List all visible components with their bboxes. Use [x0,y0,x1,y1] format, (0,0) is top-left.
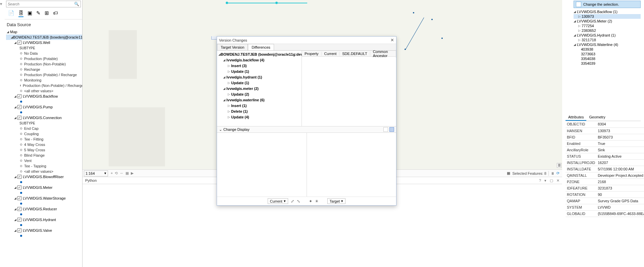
table-row[interactable]: EnabledTrue [566,140,644,147]
labeling-icon[interactable]: 🏷 [53,10,58,17]
nav-tool-icon[interactable]: ⟲ [115,171,118,175]
list-by-selection-icon[interactable]: ▣ [28,10,32,17]
differences-tree[interactable]: ◢BOWDENJ.TESTJEB (bowdenj@oracle11g:deve… [217,51,302,126]
options-icon[interactable]: ▾ [544,178,546,183]
toc-toolbar: 📄 🗄 ▣ ✎ ⊞ 🏷 [5,9,82,19]
pause-drawing-icon[interactable]: ⏸ [551,171,554,175]
tab-attributes[interactable]: Attributes [566,114,586,121]
target-dropdown[interactable]: Target▾ [327,198,346,204]
hydrant-checkbox[interactable] [17,218,21,222]
pump-checkbox[interactable] [17,105,21,109]
catalog-expand-icon[interactable]: ☰ [557,163,561,168]
chevron-down-icon: ▾ [341,199,343,203]
close-icon[interactable]: ✕ [556,178,559,183]
chevron-down-icon[interactable]: ▾ [104,171,106,175]
python-tab-label[interactable]: Python [85,178,97,182]
well-checkbox[interactable] [17,41,21,45]
snapping-icon[interactable]: ⊞ [45,10,49,17]
nav-tool-icon[interactable]: ▶ [131,171,133,175]
table-row[interactable]: OBJECTID8304 [566,121,644,127]
blowoff-checkbox[interactable] [17,175,21,179]
feature-point-icon [413,12,414,13]
waterline [406,17,424,50]
edit-icon[interactable]: ✎ [36,10,41,17]
highlight-icon[interactable]: ☀ [315,199,319,204]
list-by-source-icon[interactable]: 🗄 [18,10,23,17]
display-mode-split-icon[interactable] [389,127,394,132]
compare-left[interactable] [217,133,307,197]
selected-node-icon [275,2,278,4]
table-row[interactable]: HANSEN130973 [566,127,644,134]
attributes-panel: Attributes Geometry OBJECTID8304HANSEN13… [566,114,641,267]
col-property[interactable]: Property [302,52,322,56]
backflow-layer[interactable]: LVVWDGIS.Backflow [23,94,58,98]
nav-tool-icon[interactable]: ↔ [120,171,123,175]
valve-checkbox[interactable] [17,228,21,232]
table-row[interactable]: AncillaryRoleSink [566,147,644,153]
table-row[interactable]: ROTATION90 [566,191,644,198]
backflow-checkbox[interactable] [17,94,21,98]
search-icon[interactable]: 🔍 [74,2,79,6]
close-icon[interactable]: ✕ [390,38,394,43]
table-row[interactable]: BFIDBF35073 [566,134,644,140]
data-source-header: Data Source [5,19,82,29]
waterstorage-checkbox[interactable] [17,196,21,200]
contents-tree[interactable]: ◢Map ◢BOWDENJ.TESTJEB (bowdenj@oracle11g… [5,29,82,238]
col-ancestor[interactable]: Common Ancestor [370,50,396,58]
well-layer[interactable]: LVVWDGIS.Well [23,41,50,45]
geodb-node[interactable]: BOWDENJ.TESTJEB (bowdenj@oracle11g:devel… [13,35,82,39]
compare-area [217,133,396,197]
table-row[interactable]: PZONE2168 [566,178,644,185]
meter-checkbox[interactable] [17,185,21,190]
connection-layer[interactable]: LVVWDGIS.Connection [23,116,62,120]
subtype-label: SUBTYPE [19,46,35,50]
connection-checkbox[interactable] [17,116,21,120]
selection-tree[interactable]: ◢LVVWDGIS.Backflow (1) ▷130973 ◢LVVWDGIS… [574,9,641,66]
zoom-full-icon[interactable]: ⤢ [291,199,294,204]
feature-point-icon [431,19,433,20]
change-display-label[interactable]: Change Display [223,127,250,131]
autohide-icon[interactable]: ▢ [550,178,553,183]
table-row[interactable]: STATUSExisting Active [566,153,644,159]
dialog-title: Version Changes [219,38,247,42]
tab-target-version[interactable]: Target Version [217,44,248,50]
selected-node-icon [226,2,228,4]
map-node[interactable]: Map [10,30,17,34]
version-changes-dialog[interactable]: Version Changes ✕ Target Version Differe… [217,36,396,206]
zoom-to-icon[interactable]: ⤡ [297,199,300,204]
help-icon[interactable]: ? [539,178,541,183]
table-row[interactable]: INSTALLDATE5/7/1996 12:00:00 AM [566,166,644,172]
feature-point-icon [441,38,443,39]
nav-tool-icon[interactable]: ⌖ [111,171,113,175]
col-default[interactable]: SDE.DEFAULT [339,52,370,56]
tab-differences[interactable]: Differences [248,44,274,50]
flash-icon[interactable]: ✦ [309,199,312,204]
selection-banner[interactable]: Change the selection. [574,1,641,8]
list-by-drawing-icon[interactable]: 📄 [8,10,14,17]
table-row[interactable]: SYSTEMLVVWD [566,204,644,210]
compare-right[interactable] [307,133,396,197]
map-polygon [109,30,137,79]
current-dropdown[interactable]: Current▾ [268,198,288,204]
search-input[interactable] [8,2,74,6]
refresh-icon[interactable]: ⟳ [556,171,559,175]
chevron-down-icon[interactable]: ⌄ [219,127,222,132]
contents-panel: 🔍 📄 🗄 ▣ ✎ ⊞ 🏷 Data Source ◢Map ◢BOWDENJ.… [5,0,83,267]
attributes-table[interactable]: OBJECTID8304HANSEN130973BFIDBF35073Enabl… [566,121,644,217]
reducer-checkbox[interactable] [17,207,21,211]
pump-layer[interactable]: LVVWDGIS.Pump [23,105,53,109]
table-row[interactable]: QAINSTALLDeveloper Project Accepted [566,172,644,178]
scale-input[interactable]: 1:164▾ [84,170,108,176]
nav-tool-icon[interactable]: ▦ [125,171,129,175]
search-bar[interactable]: 🔍 [6,1,81,7]
table-row[interactable]: QAMAPSurvey Grade GPS Data [566,198,644,204]
table-row[interactable]: INSTALLPROJID16207 [566,159,644,166]
table-row[interactable]: IDFEATURE3231873 [566,185,644,191]
filter-icon[interactable]: ▾ [0,1,2,6]
chevron-down-icon: ▾ [284,199,286,203]
selected-features-label: Selected Features: 8 [512,171,546,175]
col-current[interactable]: Current [322,52,340,56]
table-row[interactable]: GLOBALID{5155B849-69FC-4633-88EA-940693C [566,210,644,217]
tab-geometry[interactable]: Geometry [586,114,608,121]
display-mode-single-icon[interactable] [383,127,388,132]
